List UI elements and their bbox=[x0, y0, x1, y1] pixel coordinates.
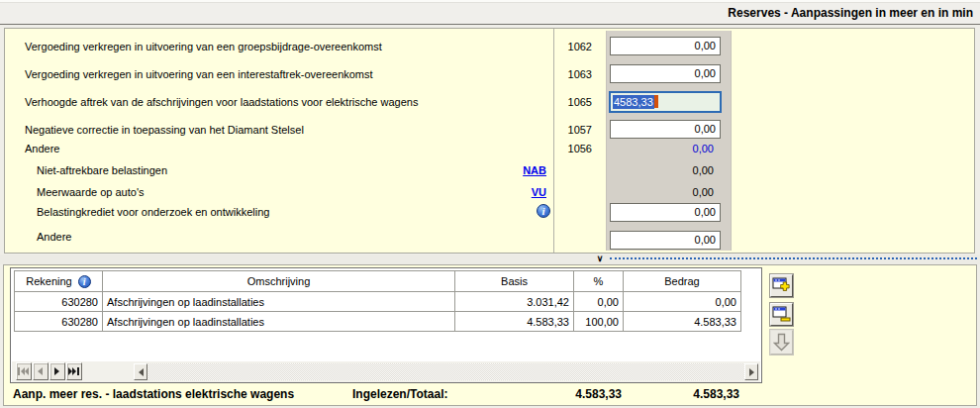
column-header-bedrag[interactable]: Bedrag bbox=[624, 271, 741, 292]
splitter-dotted-line bbox=[610, 257, 977, 259]
column-header-rekening[interactable]: Rekening bbox=[15, 271, 103, 292]
cell-pct[interactable]: 0,00 bbox=[574, 292, 624, 312]
add-row-button[interactable] bbox=[770, 274, 793, 297]
tax-code: 1065 bbox=[552, 94, 592, 110]
computed-amount-1056: 0,00 bbox=[610, 141, 718, 156]
tax-code: 1057 bbox=[552, 122, 592, 138]
accounts-grid: Rekening Omschrijving Basis % Bedrag 630… bbox=[14, 270, 741, 332]
column-header-pct[interactable]: % bbox=[574, 271, 624, 292]
info-icon bbox=[537, 204, 550, 218]
last-record-icon bbox=[68, 367, 80, 375]
first-record-icon bbox=[18, 367, 30, 375]
grid-container: Rekening Omschrijving Basis % Bedrag 630… bbox=[10, 267, 762, 383]
table-row[interactable]: 630280 Afschrijvingen op laadinstallatie… bbox=[15, 292, 741, 312]
nav-first-button[interactable] bbox=[16, 362, 32, 380]
nav-prev-button[interactable] bbox=[33, 362, 49, 380]
selected-text: 4583,33 bbox=[613, 95, 654, 109]
cell-omschrijving[interactable]: Afschrijvingen op laadinstallaties bbox=[103, 292, 455, 312]
form-panel: Vergoeding verkregen in uitvoering van e… bbox=[4, 28, 975, 254]
amount-field-andere[interactable]: 0,00 bbox=[610, 231, 721, 250]
computed-amount-nab: 0,00 bbox=[610, 162, 718, 178]
amount-field-1065-focused[interactable]: 4583,33 bbox=[609, 91, 722, 113]
text-caret bbox=[654, 95, 658, 108]
tax-code: 1063 bbox=[552, 66, 592, 82]
info-icon[interactable] bbox=[78, 275, 91, 288]
column-header-label: Rekening bbox=[26, 275, 71, 287]
remove-row-button[interactable] bbox=[770, 303, 793, 326]
column-header-omschrijving[interactable]: Omschrijving bbox=[103, 271, 455, 292]
form-row-label: Verhoogde aftrek van de afschrijvingen v… bbox=[25, 94, 418, 110]
grid-header-row: Rekening Omschrijving Basis % Bedrag bbox=[15, 271, 741, 292]
arrow-down-icon bbox=[773, 333, 790, 352]
footer-totals-label: Ingelezen/Totaal: bbox=[352, 385, 447, 403]
form-row-label: Niet-aftrekbare belastingen bbox=[37, 162, 167, 178]
detail-panel: Rekening Omschrijving Basis % Bedrag 630… bbox=[3, 264, 977, 406]
table-add-icon bbox=[772, 277, 792, 295]
form-row-label: Belastingkrediet voor onderzoek en ontwi… bbox=[37, 204, 269, 220]
form-row-label: Vergoeding verkregen in uitvoering van e… bbox=[25, 66, 373, 82]
form-row-label: Negatieve correctie in toepassing van he… bbox=[25, 122, 304, 138]
horizontal-scrollbar-track[interactable] bbox=[148, 363, 744, 380]
section-header-bar: Reserves - Aanpassingen in meer en in mi… bbox=[0, 3, 980, 25]
nab-link[interactable]: NAB bbox=[495, 162, 546, 178]
tax-code: 1062 bbox=[552, 39, 592, 54]
cell-basis[interactable]: 4.583,33 bbox=[455, 312, 574, 332]
vu-link[interactable]: VU bbox=[495, 184, 546, 200]
scroll-right-button[interactable] bbox=[744, 363, 758, 380]
scroll-right-icon bbox=[749, 368, 754, 376]
horizontal-splitter[interactable] bbox=[0, 255, 980, 264]
cell-basis[interactable]: 3.031,42 bbox=[455, 292, 574, 312]
table-row[interactable]: 630280 Afschrijvingen op laadinstallatie… bbox=[15, 312, 741, 332]
nav-next-button[interactable] bbox=[49, 362, 65, 380]
next-record-icon bbox=[54, 367, 60, 375]
scroll-left-icon bbox=[139, 368, 144, 376]
form-row-label: Andere bbox=[37, 229, 71, 245]
form-row-label: Andere bbox=[25, 141, 59, 156]
column-header-basis[interactable]: Basis bbox=[455, 271, 574, 292]
info-icon[interactable] bbox=[537, 204, 550, 218]
cell-bedrag[interactable]: 4.583,33 bbox=[624, 312, 741, 332]
prev-record-icon bbox=[38, 367, 44, 375]
footer-total-bedrag: 4.583,33 bbox=[638, 385, 739, 403]
amount-field-belastingkrediet[interactable]: 0,00 bbox=[610, 203, 721, 222]
nav-last-button[interactable] bbox=[66, 362, 82, 380]
cell-pct[interactable]: 100,00 bbox=[574, 312, 624, 332]
chevron-down-icon[interactable] bbox=[593, 253, 607, 264]
cell-omschrijving[interactable]: Afschrijvingen op laadinstallaties bbox=[103, 312, 455, 332]
computed-amount-vu: 0,00 bbox=[610, 184, 718, 200]
footer-caption: Aanp. meer res. - laadstations elektrisc… bbox=[13, 385, 294, 403]
footer-total-basis: 4.583,33 bbox=[521, 385, 622, 403]
amount-field-1062[interactable]: 0,00 bbox=[610, 37, 721, 55]
table-remove-icon bbox=[772, 306, 792, 324]
form-row-label: Vergoeding verkregen in uitvoering van e… bbox=[25, 39, 382, 54]
page-title: Reserves - Aanpassingen in meer en in mi… bbox=[728, 3, 973, 24]
amount-field-1063[interactable]: 0,00 bbox=[610, 64, 721, 83]
scroll-left-button[interactable] bbox=[134, 363, 147, 380]
cell-rekening[interactable]: 630280 bbox=[15, 312, 103, 332]
move-down-button bbox=[770, 330, 793, 355]
grid-nav-strip bbox=[12, 361, 760, 382]
form-row-label: Meerwaarde op auto's bbox=[37, 184, 145, 200]
amount-field-1057[interactable]: 0,00 bbox=[610, 120, 721, 139]
cell-rekening[interactable]: 630280 bbox=[15, 292, 103, 312]
cell-bedrag[interactable]: 0,00 bbox=[624, 292, 741, 312]
tax-code: 1056 bbox=[552, 141, 592, 156]
